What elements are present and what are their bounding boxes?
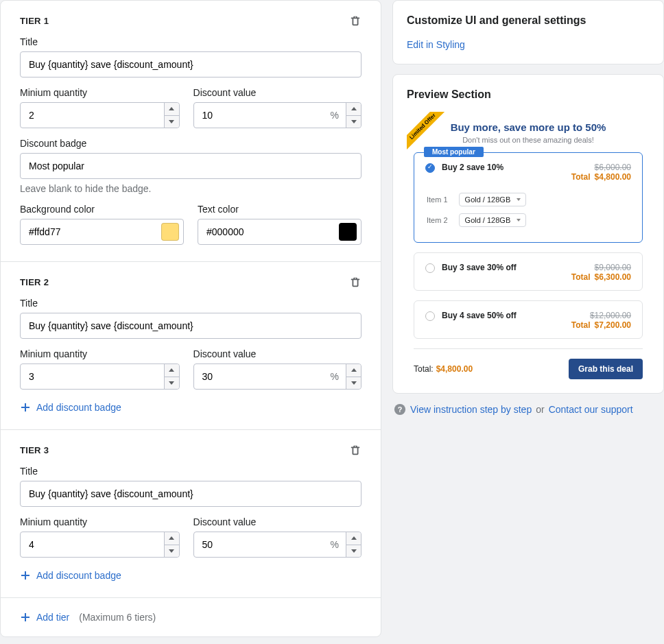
trash-icon[interactable] — [349, 14, 361, 27]
color-swatch[interactable] — [339, 223, 357, 241]
title-input[interactable] — [20, 481, 361, 507]
radio-icon — [425, 263, 435, 273]
option-total: $6,300.00 — [595, 272, 631, 282]
preview-option-3[interactable]: Buy 4 save 50% off $12,000.00 Total$7,20… — [414, 300, 643, 339]
grab-deal-button[interactable]: Grab this deal — [569, 359, 643, 379]
spinner-up-icon[interactable] — [165, 364, 179, 377]
min-qty-label: Minium quantity — [20, 516, 180, 527]
spinner-down-icon[interactable] — [346, 377, 361, 390]
min-qty-input[interactable] — [20, 363, 180, 390]
tier-block-3: TIER 3 Title Minium quantity Discount va… — [1, 429, 381, 597]
title-input[interactable] — [20, 313, 361, 339]
color-swatch[interactable] — [161, 223, 179, 241]
max-tiers-text: (Maximum 6 tiers) — [79, 612, 156, 623]
option-label: Buy 3 save 30% off — [442, 263, 565, 272]
preview-option-1[interactable]: Most popular Buy 2 save 10% $6,000.00 To… — [414, 152, 643, 243]
discount-value-label: Discount value — [193, 87, 361, 98]
customize-heading: Customize UI and general settings — [407, 14, 650, 27]
trash-icon[interactable] — [349, 276, 361, 288]
instruction-link[interactable]: View instruction step by step — [410, 404, 532, 415]
preview-badge: Most popular — [424, 147, 484, 157]
option-total: $7,200.00 — [595, 320, 631, 330]
option-label: Buy 2 save 10% — [442, 163, 565, 172]
spinner-down-icon[interactable] — [165, 377, 179, 390]
option-label: Buy 4 save 50% off — [442, 311, 565, 320]
plus-icon — [20, 402, 31, 413]
spinner-up-icon[interactable] — [165, 532, 179, 545]
preview-heading: Preview Section — [407, 88, 650, 101]
edit-styling-link[interactable]: Edit in Styling — [407, 39, 465, 50]
discount-value-label: Discount value — [193, 516, 361, 527]
spinner-down-icon[interactable] — [165, 545, 179, 558]
bg-color-input[interactable] — [20, 219, 184, 245]
min-qty-label: Minium quantity — [20, 87, 180, 98]
discount-value-input[interactable]: % — [193, 363, 361, 390]
tier-heading: TIER 3 — [20, 445, 49, 455]
radio-icon — [425, 311, 435, 321]
spinner-down-icon[interactable] — [165, 116, 179, 128]
option-total: $4,800.00 — [595, 172, 631, 182]
discount-value-input[interactable]: % — [193, 102, 361, 128]
title-label: Title — [20, 298, 361, 309]
badge-input[interactable] — [20, 153, 361, 179]
preview-item-row: Item 2 Gold / 128GB — [427, 213, 631, 227]
spinner-up-icon[interactable] — [165, 103, 179, 116]
option-strike: $9,000.00 — [571, 263, 631, 272]
support-link[interactable]: Contact our support — [549, 404, 633, 415]
help-icon: ? — [394, 403, 406, 416]
spinner-up-icon[interactable] — [346, 364, 361, 377]
tier-heading: TIER 1 — [20, 16, 49, 26]
plus-icon — [20, 570, 31, 581]
customize-card: Customize UI and general settings Edit i… — [392, 0, 664, 64]
title-label: Title — [20, 466, 361, 477]
preview-option-2[interactable]: Buy 3 save 30% off $9,000.00 Total$6,300… — [414, 252, 643, 291]
trash-icon[interactable] — [349, 444, 361, 456]
add-tier-button[interactable]: Add tier — [20, 612, 69, 623]
spinner-up-icon[interactable] — [346, 103, 361, 116]
variant-select[interactable]: Gold / 128GB — [459, 213, 527, 227]
text-color-input[interactable] — [198, 219, 361, 245]
option-strike: $12,000.00 — [571, 311, 631, 320]
discount-value-label: Discount value — [193, 348, 361, 359]
tier-heading: TIER 2 — [20, 277, 49, 287]
tier-block-2: TIER 2 Title Minium quantity Discount va… — [1, 261, 381, 429]
plus-icon — [20, 612, 31, 623]
option-strike: $6,000.00 — [571, 163, 631, 172]
tiers-footer: Add tier (Maximum 6 tiers) — [1, 597, 381, 636]
add-discount-badge-button[interactable]: Add discount badge — [20, 402, 361, 413]
min-qty-input[interactable] — [20, 532, 180, 558]
help-row: ? View instruction step by step or Conta… — [392, 403, 664, 416]
preview-card: Preview Section Limited Offer Buy more, … — [392, 74, 664, 394]
variant-select[interactable]: Gold / 128GB — [459, 193, 527, 206]
spinner-down-icon[interactable] — [346, 545, 361, 558]
discount-value-input[interactable]: % — [193, 532, 361, 558]
badge-label: Discount badge — [20, 138, 361, 149]
tier-block-1: TIER 1 Title Minium quantity Discount va… — [1, 1, 381, 261]
title-label: Title — [20, 36, 361, 47]
text-color-label: Text color — [198, 204, 361, 215]
badge-hint: Leave blank to hide the badge. — [20, 183, 361, 194]
title-input[interactable] — [20, 51, 361, 77]
preview-footer-total: Total:$4,800.00 — [414, 364, 473, 374]
radio-checked-icon — [425, 163, 435, 173]
min-qty-input[interactable] — [20, 102, 180, 128]
preview-box: Limited Offer Buy more, save more up to … — [407, 112, 650, 379]
min-qty-label: Minium quantity — [20, 348, 180, 359]
add-discount-badge-button[interactable]: Add discount badge — [20, 570, 361, 581]
tiers-panel: TIER 1 Title Minium quantity Discount va… — [0, 0, 381, 637]
svg-text:?: ? — [398, 405, 403, 414]
preview-item-row: Item 1 Gold / 128GB — [427, 193, 631, 206]
spinner-up-icon[interactable] — [346, 532, 361, 545]
bg-color-label: Background color — [20, 204, 184, 215]
spinner-down-icon[interactable] — [346, 116, 361, 128]
